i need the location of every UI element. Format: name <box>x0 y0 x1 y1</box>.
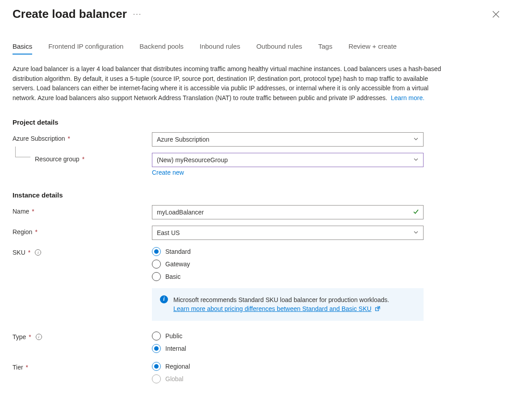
info-icon[interactable]: i <box>36 334 42 340</box>
info-filled-icon: i <box>160 295 168 303</box>
resource-group-select[interactable]: (New) myResourceGroup <box>152 153 424 167</box>
radio-icon <box>152 344 161 353</box>
page-header: Create load balancer ··· <box>0 0 512 25</box>
type-option-internal[interactable]: Internal <box>152 344 424 353</box>
sku-radio-group: Standard Gateway Basic <box>152 246 424 281</box>
callout-text: Microsoft recommends Standard SKU load b… <box>173 296 389 303</box>
type-radio-group: Public Internal <box>152 331 424 353</box>
tab-outbound-rules[interactable]: Outbound rules <box>256 42 302 55</box>
sku-recommendation-callout: i Microsoft recommends Standard SKU load… <box>152 288 424 321</box>
radio-icon <box>152 374 161 383</box>
tier-option-regional[interactable]: Regional <box>152 362 424 371</box>
sku-option-basic[interactable]: Basic <box>152 272 424 281</box>
radio-icon <box>152 362 161 371</box>
indent-connector <box>15 147 30 157</box>
radio-icon <box>152 260 161 269</box>
valid-check-icon <box>413 208 419 216</box>
description-text: Azure load balancer is a layer 4 load ba… <box>13 64 441 103</box>
radio-icon <box>152 272 161 281</box>
radio-icon <box>152 332 161 340</box>
tab-basics[interactable]: Basics <box>13 42 32 55</box>
learn-more-link[interactable]: Learn more. <box>391 94 424 101</box>
tab-frontend-ip[interactable]: Frontend IP configuration <box>48 42 123 55</box>
name-value: myLoadBalancer <box>157 209 204 216</box>
create-new-rg-link[interactable]: Create new <box>152 169 184 176</box>
tab-review-create[interactable]: Review + create <box>348 42 397 55</box>
radio-icon <box>152 247 161 256</box>
name-label: Name* <box>13 205 152 215</box>
info-icon[interactable]: i <box>35 249 41 256</box>
subscription-value: Azure Subscription <box>157 136 210 143</box>
resource-group-value: (New) myResourceGroup <box>157 156 228 164</box>
type-option-public[interactable]: Public <box>152 332 424 340</box>
close-icon[interactable] <box>492 11 499 18</box>
subscription-label: Azure Subscription* <box>13 132 152 142</box>
region-label: Region* <box>13 226 152 235</box>
external-link-icon <box>375 305 380 314</box>
region-select[interactable]: East US <box>152 226 424 240</box>
section-instance-title: Instance details <box>13 191 499 199</box>
description-body: Azure load balancer is a layer 4 load ba… <box>13 65 441 101</box>
tier-label: Tier* <box>13 361 152 371</box>
sku-label: SKU* i <box>13 246 152 256</box>
chevron-down-icon <box>413 156 419 164</box>
tab-inbound-rules[interactable]: Inbound rules <box>200 42 240 55</box>
tier-option-global: Global <box>152 374 424 383</box>
tab-backend-pools[interactable]: Backend pools <box>139 42 183 55</box>
sku-option-gateway[interactable]: Gateway <box>152 260 424 269</box>
wizard-tabs: Basics Frontend IP configuration Backend… <box>0 25 512 55</box>
tab-tags[interactable]: Tags <box>318 42 332 55</box>
sku-option-standard[interactable]: Standard <box>152 247 424 256</box>
tier-radio-group: Regional Global <box>152 361 424 383</box>
name-input[interactable]: myLoadBalancer <box>152 205 424 219</box>
sku-pricing-link[interactable]: Learn more about pricing differences bet… <box>173 305 371 312</box>
resource-group-label: Resource group* <box>13 153 152 163</box>
page-title: Create load balancer <box>13 7 127 21</box>
chevron-down-icon <box>413 229 419 236</box>
chevron-down-icon <box>413 136 419 143</box>
section-project-title: Project details <box>13 118 499 126</box>
type-label: Type* i <box>13 331 152 340</box>
more-options-icon[interactable]: ··· <box>133 10 142 18</box>
subscription-select[interactable]: Azure Subscription <box>152 132 424 147</box>
region-value: East US <box>157 229 180 236</box>
